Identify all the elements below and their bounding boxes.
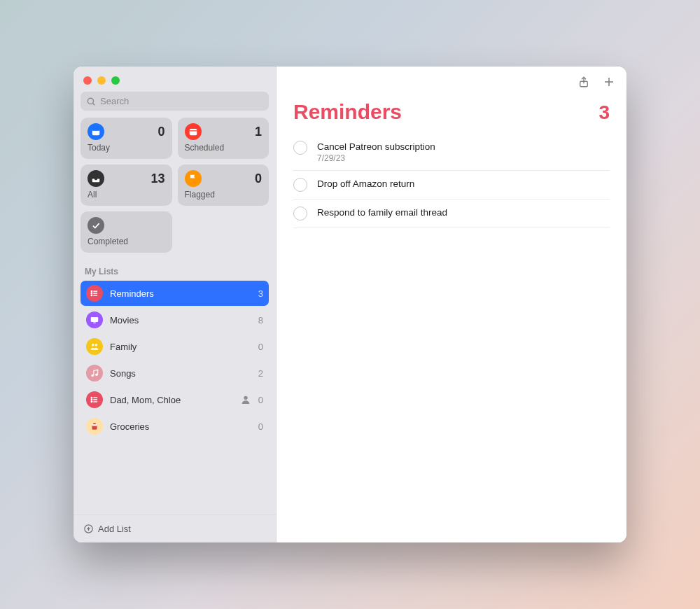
calendar-today-icon	[88, 123, 104, 140]
task-row[interactable]: Cancel Patreon subscription7/29/23	[293, 134, 610, 171]
list-title: Reminders	[293, 100, 402, 124]
task-row[interactable]: Respond to family email thread	[293, 200, 610, 228]
svg-point-24	[244, 396, 247, 400]
groceries-icon	[86, 418, 103, 435]
list-item-dad-mom-chloe[interactable]: Dad, Mom, Chloe0	[80, 387, 269, 412]
lists: Reminders3Movies8Family0Songs2Dad, Mom, …	[74, 281, 276, 514]
svg-rect-26	[92, 424, 97, 426]
toolbar	[276, 66, 626, 97]
search-field[interactable]	[80, 92, 269, 111]
svg-line-1	[93, 103, 95, 105]
list-name: Groceries	[110, 421, 251, 432]
list-count: 0	[258, 342, 263, 352]
tasks: Cancel Patreon subscription7/29/23Drop o…	[276, 131, 626, 231]
task-date: 7/29/23	[317, 153, 610, 163]
svg-point-23	[91, 401, 92, 402]
smart-all[interactable]: 13 All	[80, 164, 172, 206]
list-item-reminders[interactable]: Reminders3	[80, 281, 269, 306]
complete-toggle[interactable]	[293, 141, 307, 155]
task-title: Respond to family email thread	[317, 206, 610, 218]
svg-point-15	[95, 344, 98, 346]
smart-scheduled[interactable]: 1 Scheduled	[178, 118, 270, 159]
plus-circle-icon	[83, 524, 94, 534]
smart-flagged-count: 0	[255, 172, 262, 186]
svg-point-9	[91, 290, 92, 291]
calendar-icon	[185, 123, 202, 140]
close-window[interactable]	[83, 76, 92, 85]
list-count: 3	[598, 102, 610, 124]
task-body: Respond to family email thread	[317, 206, 610, 218]
list-icon	[86, 391, 103, 408]
search-input[interactable]	[100, 96, 263, 106]
add-reminder-button[interactable]	[603, 76, 615, 88]
search-icon	[86, 97, 96, 106]
task-body: Drop off Amazon return	[317, 178, 610, 189]
smart-completed-label: Completed	[88, 237, 165, 246]
reminders-window: 0 Today 1 Scheduled 13	[74, 66, 626, 542]
svg-rect-12	[91, 317, 99, 322]
smart-all-count: 13	[150, 172, 164, 186]
flag-icon	[185, 170, 202, 187]
tray-icon	[88, 170, 104, 187]
smart-lists: 0 Today 1 Scheduled 13	[74, 118, 276, 253]
list-icon	[86, 285, 103, 302]
list-count: 3	[258, 288, 263, 299]
smart-flagged[interactable]: 0 Flagged	[178, 164, 270, 206]
smart-today[interactable]: 0 Today	[80, 118, 172, 159]
task-title: Drop off Amazon return	[317, 178, 610, 189]
zoom-window[interactable]	[111, 76, 120, 85]
svg-rect-27	[93, 423, 96, 424]
list-item-movies[interactable]: Movies8	[80, 307, 269, 332]
list-count: 0	[258, 421, 263, 432]
list-name: Reminders	[110, 288, 251, 299]
svg-rect-3	[92, 129, 100, 131]
svg-point-0	[88, 98, 93, 104]
share-button[interactable]	[578, 75, 590, 89]
smart-completed[interactable]: Completed	[80, 211, 172, 253]
checkmark-icon	[88, 217, 104, 234]
add-list-button[interactable]: Add List	[74, 514, 276, 542]
complete-toggle[interactable]	[293, 206, 307, 220]
list-name: Songs	[110, 368, 251, 379]
smart-flagged-label: Flagged	[185, 190, 262, 200]
svg-point-11	[91, 295, 92, 295]
svg-rect-13	[93, 323, 96, 323]
add-list-label: Add List	[98, 524, 131, 534]
display-icon	[86, 312, 103, 328]
task-title: Cancel Patreon subscription	[317, 141, 610, 152]
svg-rect-4	[189, 129, 197, 135]
smart-scheduled-count: 1	[255, 125, 262, 139]
list-item-groceries[interactable]: Groceries0	[80, 414, 269, 439]
list-count: 8	[258, 315, 263, 326]
smart-today-count: 0	[158, 125, 164, 139]
list-count: 0	[258, 395, 263, 405]
task-body: Cancel Patreon subscription7/29/23	[317, 141, 610, 163]
shared-icon	[240, 394, 251, 405]
smart-all-label: All	[88, 190, 165, 200]
minimize-window[interactable]	[97, 76, 106, 85]
list-item-family[interactable]: Family0	[80, 334, 269, 359]
list-name: Dad, Mom, Chloe	[110, 395, 233, 405]
smart-today-label: Today	[88, 143, 165, 153]
window-controls	[74, 66, 276, 92]
list-name: Movies	[110, 315, 251, 326]
music-icon	[86, 365, 103, 382]
smart-scheduled-label: Scheduled	[185, 143, 262, 153]
svg-point-21	[91, 397, 92, 398]
svg-point-22	[91, 399, 92, 400]
family-icon	[86, 338, 103, 355]
main-panel: Reminders 3 Cancel Patreon subscription7…	[276, 66, 626, 542]
complete-toggle[interactable]	[293, 178, 307, 192]
sidebar: 0 Today 1 Scheduled 13	[74, 66, 276, 542]
list-item-songs[interactable]: Songs2	[80, 360, 269, 386]
svg-point-14	[92, 344, 94, 346]
svg-point-10	[91, 293, 92, 293]
list-name: Family	[110, 342, 251, 352]
my-lists-header: My Lists	[74, 253, 276, 281]
list-count: 2	[258, 368, 263, 379]
task-row[interactable]: Drop off Amazon return	[293, 171, 610, 200]
